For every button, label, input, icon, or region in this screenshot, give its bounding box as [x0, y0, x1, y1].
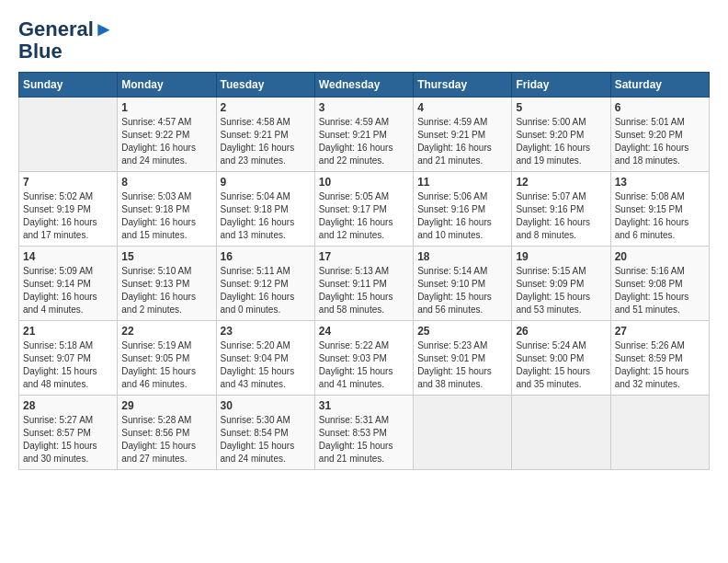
day-number: 31: [319, 399, 409, 412]
calendar-cell: 28Sunrise: 5:27 AM Sunset: 8:57 PM Dayli…: [19, 396, 118, 470]
day-number: 17: [319, 250, 409, 263]
day-number: 24: [319, 325, 409, 338]
calendar-cell: 1Sunrise: 4:57 AM Sunset: 9:22 PM Daylig…: [118, 98, 216, 172]
calendar-cell: 29Sunrise: 5:28 AM Sunset: 8:56 PM Dayli…: [118, 396, 216, 470]
col-header-wednesday: Wednesday: [314, 73, 413, 98]
day-number: 5: [516, 101, 606, 114]
day-number: 18: [417, 250, 507, 263]
calendar-cell: 18Sunrise: 5:14 AM Sunset: 9:10 PM Dayli…: [414, 247, 512, 321]
day-info: Sunrise: 5:08 AM Sunset: 9:15 PM Dayligh…: [615, 190, 705, 242]
calendar-cell: 15Sunrise: 5:10 AM Sunset: 9:13 PM Dayli…: [118, 247, 216, 321]
day-info: Sunrise: 5:15 AM Sunset: 9:09 PM Dayligh…: [516, 265, 606, 316]
calendar-cell: 8Sunrise: 5:03 AM Sunset: 9:18 PM Daylig…: [118, 172, 216, 247]
day-number: 15: [121, 250, 211, 263]
day-info: Sunrise: 5:19 AM Sunset: 9:05 PM Dayligh…: [121, 339, 211, 391]
calendar-cell: 25Sunrise: 5:23 AM Sunset: 9:01 PM Dayli…: [414, 321, 512, 396]
calendar-cell: 30Sunrise: 5:30 AM Sunset: 8:54 PM Dayli…: [216, 396, 314, 470]
calendar-cell: [414, 396, 512, 470]
day-number: 21: [23, 325, 113, 338]
calendar-cell: 7Sunrise: 5:02 AM Sunset: 9:19 PM Daylig…: [19, 172, 118, 247]
calendar-week-row: 14Sunrise: 5:09 AM Sunset: 9:14 PM Dayli…: [19, 247, 710, 321]
day-info: Sunrise: 5:14 AM Sunset: 9:10 PM Dayligh…: [417, 265, 507, 316]
calendar-cell: 20Sunrise: 5:16 AM Sunset: 9:08 PM Dayli…: [610, 247, 709, 321]
calendar-cell: 5Sunrise: 5:00 AM Sunset: 9:20 PM Daylig…: [512, 98, 610, 172]
day-info: Sunrise: 5:07 AM Sunset: 9:16 PM Dayligh…: [516, 190, 606, 242]
calendar-cell: 21Sunrise: 5:18 AM Sunset: 9:07 PM Dayli…: [19, 321, 118, 396]
calendar-cell: [610, 396, 709, 470]
day-info: Sunrise: 5:26 AM Sunset: 8:59 PM Dayligh…: [615, 339, 705, 391]
day-info: Sunrise: 4:59 AM Sunset: 9:21 PM Dayligh…: [417, 116, 507, 167]
day-number: 9: [221, 176, 311, 189]
calendar-week-row: 7Sunrise: 5:02 AM Sunset: 9:19 PM Daylig…: [19, 172, 710, 247]
calendar-cell: 31Sunrise: 5:31 AM Sunset: 8:53 PM Dayli…: [314, 396, 413, 470]
day-number: 4: [417, 101, 507, 114]
day-info: Sunrise: 5:04 AM Sunset: 9:18 PM Dayligh…: [221, 190, 311, 242]
logo-text-general: General►: [18, 18, 114, 40]
calendar-week-row: 28Sunrise: 5:27 AM Sunset: 8:57 PM Dayli…: [19, 396, 710, 470]
calendar-cell: 10Sunrise: 5:05 AM Sunset: 9:17 PM Dayli…: [314, 172, 413, 247]
day-number: 22: [121, 325, 211, 338]
page-header: General► Blue: [18, 18, 710, 63]
day-info: Sunrise: 4:58 AM Sunset: 9:21 PM Dayligh…: [221, 116, 311, 167]
day-number: 10: [319, 176, 409, 189]
day-number: 6: [615, 101, 705, 114]
day-number: 1: [121, 101, 211, 114]
day-info: Sunrise: 5:09 AM Sunset: 9:14 PM Dayligh…: [23, 265, 113, 316]
day-info: Sunrise: 5:05 AM Sunset: 9:17 PM Dayligh…: [319, 190, 409, 242]
calendar-cell: 16Sunrise: 5:11 AM Sunset: 9:12 PM Dayli…: [216, 247, 314, 321]
day-info: Sunrise: 5:01 AM Sunset: 9:20 PM Dayligh…: [615, 116, 705, 167]
day-info: Sunrise: 5:24 AM Sunset: 9:00 PM Dayligh…: [516, 339, 606, 391]
day-number: 3: [319, 101, 409, 114]
day-info: Sunrise: 5:13 AM Sunset: 9:11 PM Dayligh…: [319, 265, 409, 316]
calendar-cell: 9Sunrise: 5:04 AM Sunset: 9:18 PM Daylig…: [216, 172, 314, 247]
day-info: Sunrise: 5:02 AM Sunset: 9:19 PM Dayligh…: [23, 190, 113, 242]
day-number: 16: [221, 250, 311, 263]
day-info: Sunrise: 5:18 AM Sunset: 9:07 PM Dayligh…: [23, 339, 113, 391]
calendar-cell: 19Sunrise: 5:15 AM Sunset: 9:09 PM Dayli…: [512, 247, 610, 321]
day-info: Sunrise: 5:28 AM Sunset: 8:56 PM Dayligh…: [121, 414, 211, 465]
day-number: 30: [221, 399, 311, 412]
calendar-week-row: 1Sunrise: 4:57 AM Sunset: 9:22 PM Daylig…: [19, 98, 710, 172]
day-info: Sunrise: 5:11 AM Sunset: 9:12 PM Dayligh…: [221, 265, 311, 316]
day-number: 11: [417, 176, 507, 189]
calendar-table: SundayMondayTuesdayWednesdayThursdayFrid…: [18, 72, 710, 470]
col-header-saturday: Saturday: [610, 73, 709, 98]
col-header-friday: Friday: [512, 73, 610, 98]
day-number: 12: [516, 176, 606, 189]
calendar-cell: 2Sunrise: 4:58 AM Sunset: 9:21 PM Daylig…: [216, 98, 314, 172]
day-number: 19: [516, 250, 606, 263]
day-number: 27: [615, 325, 705, 338]
logo-text-blue: Blue: [18, 40, 114, 63]
day-number: 29: [121, 399, 211, 412]
col-header-sunday: Sunday: [19, 73, 118, 98]
day-info: Sunrise: 5:10 AM Sunset: 9:13 PM Dayligh…: [121, 265, 211, 316]
calendar-cell: 6Sunrise: 5:01 AM Sunset: 9:20 PM Daylig…: [610, 98, 709, 172]
day-info: Sunrise: 5:20 AM Sunset: 9:04 PM Dayligh…: [221, 339, 311, 391]
day-info: Sunrise: 4:59 AM Sunset: 9:21 PM Dayligh…: [319, 116, 409, 167]
day-info: Sunrise: 5:03 AM Sunset: 9:18 PM Dayligh…: [121, 190, 211, 242]
col-header-thursday: Thursday: [414, 73, 512, 98]
day-info: Sunrise: 4:57 AM Sunset: 9:22 PM Dayligh…: [121, 116, 211, 167]
day-number: 7: [23, 176, 113, 189]
calendar-cell: [512, 396, 610, 470]
logo: General► Blue: [18, 18, 114, 63]
day-info: Sunrise: 5:22 AM Sunset: 9:03 PM Dayligh…: [319, 339, 409, 391]
calendar-cell: 12Sunrise: 5:07 AM Sunset: 9:16 PM Dayli…: [512, 172, 610, 247]
day-info: Sunrise: 5:00 AM Sunset: 9:20 PM Dayligh…: [516, 116, 606, 167]
calendar-cell: [19, 98, 118, 172]
calendar-cell: 24Sunrise: 5:22 AM Sunset: 9:03 PM Dayli…: [314, 321, 413, 396]
day-number: 28: [23, 399, 113, 412]
calendar-header-row: SundayMondayTuesdayWednesdayThursdayFrid…: [19, 73, 710, 98]
calendar-cell: 3Sunrise: 4:59 AM Sunset: 9:21 PM Daylig…: [314, 98, 413, 172]
day-number: 23: [221, 325, 311, 338]
day-info: Sunrise: 5:31 AM Sunset: 8:53 PM Dayligh…: [319, 414, 409, 465]
calendar-cell: 22Sunrise: 5:19 AM Sunset: 9:05 PM Dayli…: [118, 321, 216, 396]
col-header-tuesday: Tuesday: [216, 73, 314, 98]
day-number: 26: [516, 325, 606, 338]
calendar-cell: 4Sunrise: 4:59 AM Sunset: 9:21 PM Daylig…: [414, 98, 512, 172]
calendar-cell: 13Sunrise: 5:08 AM Sunset: 9:15 PM Dayli…: [610, 172, 709, 247]
calendar-cell: 27Sunrise: 5:26 AM Sunset: 8:59 PM Dayli…: [610, 321, 709, 396]
calendar-cell: 14Sunrise: 5:09 AM Sunset: 9:14 PM Dayli…: [19, 247, 118, 321]
day-info: Sunrise: 5:27 AM Sunset: 8:57 PM Dayligh…: [23, 414, 113, 465]
day-info: Sunrise: 5:23 AM Sunset: 9:01 PM Dayligh…: [417, 339, 507, 391]
